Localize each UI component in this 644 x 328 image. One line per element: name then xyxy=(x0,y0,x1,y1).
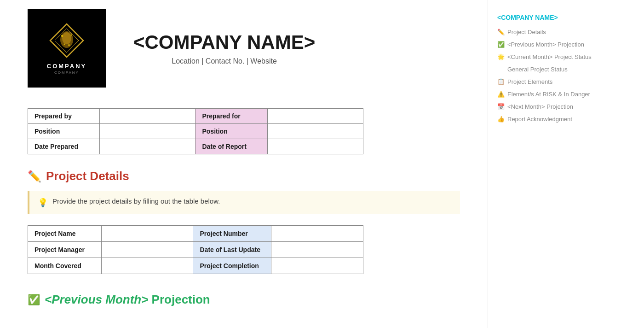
sidebar-current-month-label: <Current Month> Project Status xyxy=(507,53,592,60)
date-last-update-label: Date of Last Update xyxy=(193,242,271,258)
company-name-heading: <COMPANY NAME> xyxy=(133,31,315,53)
table-row: Prepared by Prepared for xyxy=(28,109,363,124)
project-name-label: Project Name xyxy=(28,226,102,242)
position-right-label: Position xyxy=(196,124,267,139)
clipboard-nav-icon: 📋 xyxy=(497,78,505,85)
table-row: Project Manager Date of Last Update xyxy=(28,242,363,258)
project-details-info-box: 💡 Provide the project details by filling… xyxy=(28,191,460,214)
pencil-nav-icon: ✏️ xyxy=(497,29,505,35)
sidebar: <COMPANY NAME> ✏️ Project Details ✅ <Pre… xyxy=(488,0,616,328)
table-row: Position Position xyxy=(28,124,363,139)
sidebar-previous-month-label: <Previous Month> Projection xyxy=(507,41,584,48)
sidebar-acknowledgment-label: Report Acknowledgment xyxy=(507,116,572,123)
prepared-for-value[interactable] xyxy=(267,109,363,124)
date-last-update-value[interactable] xyxy=(271,242,363,258)
table-row: Date Prepared Date of Report xyxy=(28,139,363,154)
sidebar-risk-label: Element/s At RISK & In Danger xyxy=(507,91,590,98)
svg-point-3 xyxy=(62,32,71,44)
company-tagline: Location | Contact No. | Website xyxy=(133,57,315,65)
sidebar-company-name[interactable]: <COMPANY NAME> xyxy=(497,14,607,21)
project-name-value[interactable] xyxy=(101,226,193,242)
header-section: COMPANY COMPANY <COMPANY NAME> Location … xyxy=(28,9,460,88)
project-number-value[interactable] xyxy=(271,226,363,242)
check-nav-icon: ✅ xyxy=(497,41,505,48)
position-left-value[interactable] xyxy=(100,124,196,139)
position-left-label: Position xyxy=(28,124,100,139)
pencil-icon: ✏️ xyxy=(28,170,41,183)
previous-month-section-title: ✅ <Previous Month> Projection xyxy=(28,293,460,307)
previous-month-title-text: <Previous Month> Projection xyxy=(45,293,210,307)
sidebar-item-project-elements[interactable]: 📋 Project Elements xyxy=(497,77,607,86)
prepared-by-label: Prepared by xyxy=(28,109,100,124)
calendar-nav-icon: 📅 xyxy=(497,103,505,110)
thumbsup-nav-icon: 👍 xyxy=(497,116,505,123)
info-box-text: Provide the project details by filling o… xyxy=(52,197,220,205)
table-row: Project Name Project Number xyxy=(28,226,363,242)
sidebar-general-status-label: General Project Status xyxy=(507,66,568,73)
svg-point-6 xyxy=(68,44,70,46)
svg-point-5 xyxy=(71,35,72,36)
sidebar-item-previous-month[interactable]: ✅ <Previous Month> Projection xyxy=(497,40,607,49)
sidebar-nav: ✏️ Project Details ✅ <Previous Month> Pr… xyxy=(497,28,607,123)
sidebar-item-general-project-status[interactable]: General Project Status xyxy=(497,65,607,74)
sidebar-item-next-month[interactable]: 📅 <Next Month> Projection xyxy=(497,102,607,111)
sidebar-next-month-label: <Next Month> Projection xyxy=(507,103,573,110)
svg-point-4 xyxy=(61,35,63,37)
project-manager-label: Project Manager xyxy=(28,242,102,258)
company-info: <COMPANY NAME> Location | Contact No. | … xyxy=(133,31,315,65)
month-covered-value[interactable] xyxy=(101,258,193,274)
sidebar-project-elements-label: Project Elements xyxy=(507,78,552,85)
main-content: COMPANY COMPANY <COMPANY NAME> Location … xyxy=(0,0,488,328)
project-details-title-text: Project Details xyxy=(46,169,129,183)
prepared-by-value[interactable] xyxy=(100,109,196,124)
logo-company-text: COMPANY xyxy=(47,63,86,70)
position-right-value[interactable] xyxy=(267,124,363,139)
bulb-icon: 💡 xyxy=(38,198,48,208)
sidebar-item-risk-danger[interactable]: ⚠️ Element/s At RISK & In Danger xyxy=(497,90,607,99)
sidebar-item-project-details[interactable]: ✏️ Project Details xyxy=(497,28,607,36)
project-completion-value[interactable] xyxy=(271,258,363,274)
project-number-label: Project Number xyxy=(193,226,271,242)
project-details-section-title: ✏️ Project Details xyxy=(28,169,460,183)
header-divider xyxy=(28,97,460,97)
project-details-table: Project Name Project Number Project Mana… xyxy=(28,225,363,274)
project-completion-label: Project Completion xyxy=(193,258,271,274)
prepared-for-label: Prepared for xyxy=(196,109,267,124)
date-of-report-value[interactable] xyxy=(267,139,363,154)
table-row: Month Covered Project Completion xyxy=(28,258,363,274)
logo-sub-text: COMPANY xyxy=(54,70,79,75)
checkmark-icon: ✅ xyxy=(28,294,40,306)
date-of-report-label: Date of Report xyxy=(196,139,267,154)
warning-nav-icon: ⚠️ xyxy=(497,91,505,98)
project-manager-value[interactable] xyxy=(101,242,193,258)
star-nav-icon: 🌟 xyxy=(497,53,505,60)
sidebar-item-current-month[interactable]: 🌟 <Current Month> Project Status xyxy=(497,53,607,61)
logo-diamond xyxy=(48,22,85,59)
prepared-info-table: Prepared by Prepared for Position Positi… xyxy=(28,108,363,154)
svg-point-7 xyxy=(64,44,65,45)
sidebar-item-report-acknowledgment[interactable]: 👍 Report Acknowledgment xyxy=(497,115,607,123)
logo-container: COMPANY COMPANY xyxy=(28,9,106,88)
date-prepared-value[interactable] xyxy=(100,139,196,154)
date-prepared-label: Date Prepared xyxy=(28,139,100,154)
sidebar-project-details-label: Project Details xyxy=(507,29,546,35)
month-covered-label: Month Covered xyxy=(28,258,102,274)
